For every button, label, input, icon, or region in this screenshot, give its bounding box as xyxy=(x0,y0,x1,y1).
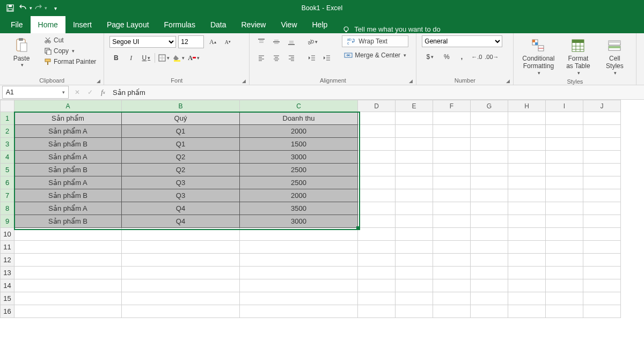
cell[interactable] xyxy=(583,215,621,228)
fill-color-button[interactable]: ▾ xyxy=(172,51,185,64)
cell[interactable] xyxy=(508,241,546,254)
increase-indent-button[interactable] xyxy=(320,51,333,64)
cell[interactable] xyxy=(122,254,240,267)
cell[interactable]: Sản phẩm A xyxy=(14,151,122,164)
cell[interactable]: Q1 xyxy=(122,125,240,138)
tab-view[interactable]: View xyxy=(273,16,304,33)
cell[interactable] xyxy=(471,292,508,305)
cell[interactable] xyxy=(583,164,621,176)
font-color-button[interactable]: A▾ xyxy=(187,51,200,64)
cell[interactable] xyxy=(471,138,508,151)
worksheet-area[interactable]: ABCDEFGHIJ1Sản phẩmQuýDoanh thu2Sản phẩm… xyxy=(0,100,644,362)
cell[interactable] xyxy=(122,267,240,279)
cell[interactable] xyxy=(433,228,471,241)
cell[interactable] xyxy=(546,215,583,228)
cell[interactable] xyxy=(583,112,621,125)
cell[interactable]: Sản phẩm B xyxy=(14,138,122,151)
cell[interactable] xyxy=(433,254,471,267)
cell[interactable]: Sản phẩm B xyxy=(14,215,122,228)
cell[interactable] xyxy=(14,241,122,254)
align-left-button[interactable] xyxy=(255,51,268,64)
cell[interactable] xyxy=(358,254,396,267)
cell[interactable] xyxy=(433,138,471,151)
name-box[interactable]: A1▾ xyxy=(2,86,69,99)
cell[interactable] xyxy=(396,112,433,125)
cell[interactable] xyxy=(471,241,508,254)
cell[interactable] xyxy=(396,138,433,151)
cell[interactable] xyxy=(122,292,240,305)
cell[interactable]: Q3 xyxy=(122,189,240,202)
accounting-format-button[interactable]: $▾ xyxy=(422,50,438,63)
cell[interactable] xyxy=(471,112,508,125)
cell[interactable] xyxy=(14,305,122,318)
save-button[interactable] xyxy=(3,1,17,15)
cell[interactable] xyxy=(240,228,358,241)
cell[interactable] xyxy=(433,176,471,189)
cell[interactable]: Q2 xyxy=(122,164,240,176)
cell[interactable] xyxy=(508,138,546,151)
cell[interactable] xyxy=(240,267,358,279)
cell[interactable] xyxy=(358,215,396,228)
conditional-formatting-button[interactable]: Conditional Formatting▾ xyxy=(519,35,558,77)
cell[interactable] xyxy=(471,228,508,241)
decrease-font-button[interactable]: A▾ xyxy=(221,35,234,48)
cell[interactable] xyxy=(396,176,433,189)
insert-function-button[interactable]: fx xyxy=(97,86,109,98)
cell[interactable]: 2000 xyxy=(240,189,358,202)
row-header[interactable]: 16 xyxy=(1,305,14,318)
clipboard-dialog-launcher[interactable]: ◢ xyxy=(97,78,100,84)
cell[interactable] xyxy=(546,254,583,267)
cell[interactable] xyxy=(508,189,546,202)
cell[interactable] xyxy=(14,279,122,292)
cell[interactable] xyxy=(14,228,122,241)
cell[interactable] xyxy=(508,254,546,267)
cell[interactable] xyxy=(583,151,621,164)
decrease-indent-button[interactable] xyxy=(305,51,318,64)
qat-customize-button[interactable]: ▾ xyxy=(48,1,62,15)
comma-format-button[interactable]: , xyxy=(455,50,468,63)
cell[interactable] xyxy=(358,267,396,279)
cell[interactable] xyxy=(358,305,396,318)
cell[interactable] xyxy=(471,189,508,202)
cell[interactable] xyxy=(546,189,583,202)
cell[interactable]: Q4 xyxy=(122,215,240,228)
cut-button[interactable]: Cut xyxy=(42,35,98,45)
row-header[interactable]: 3 xyxy=(1,138,14,151)
cell[interactable] xyxy=(546,125,583,138)
format-painter-button[interactable]: Format Painter xyxy=(42,57,98,67)
cell[interactable] xyxy=(14,292,122,305)
cell[interactable] xyxy=(396,151,433,164)
tab-home[interactable]: Home xyxy=(31,16,65,33)
cell[interactable] xyxy=(508,267,546,279)
cell[interactable] xyxy=(240,279,358,292)
cell[interactable] xyxy=(583,138,621,151)
cell[interactable] xyxy=(396,267,433,279)
cell[interactable] xyxy=(358,176,396,189)
row-header[interactable]: 10 xyxy=(1,228,14,241)
cell[interactable] xyxy=(122,241,240,254)
font-name-select[interactable]: Segoe UI xyxy=(109,36,176,48)
cell[interactable] xyxy=(14,267,122,279)
cell[interactable] xyxy=(396,189,433,202)
cell[interactable] xyxy=(358,279,396,292)
cell[interactable] xyxy=(583,125,621,138)
cell[interactable] xyxy=(240,305,358,318)
column-header[interactable]: G xyxy=(471,100,508,112)
cell[interactable] xyxy=(508,125,546,138)
row-header[interactable]: 13 xyxy=(1,267,14,279)
font-dialog-launcher[interactable]: ◢ xyxy=(242,78,246,84)
percent-format-button[interactable]: % xyxy=(440,50,453,63)
tab-insert[interactable]: Insert xyxy=(65,16,99,33)
cell[interactable] xyxy=(122,305,240,318)
cell[interactable] xyxy=(471,202,508,215)
cell[interactable] xyxy=(508,228,546,241)
cell[interactable]: Q4 xyxy=(122,202,240,215)
cell[interactable] xyxy=(396,228,433,241)
cell[interactable] xyxy=(546,151,583,164)
cell[interactable] xyxy=(433,267,471,279)
cell[interactable] xyxy=(358,189,396,202)
row-header[interactable]: 14 xyxy=(1,279,14,292)
cell[interactable] xyxy=(358,292,396,305)
increase-font-button[interactable]: A▴ xyxy=(206,35,219,48)
cell[interactable] xyxy=(583,254,621,267)
